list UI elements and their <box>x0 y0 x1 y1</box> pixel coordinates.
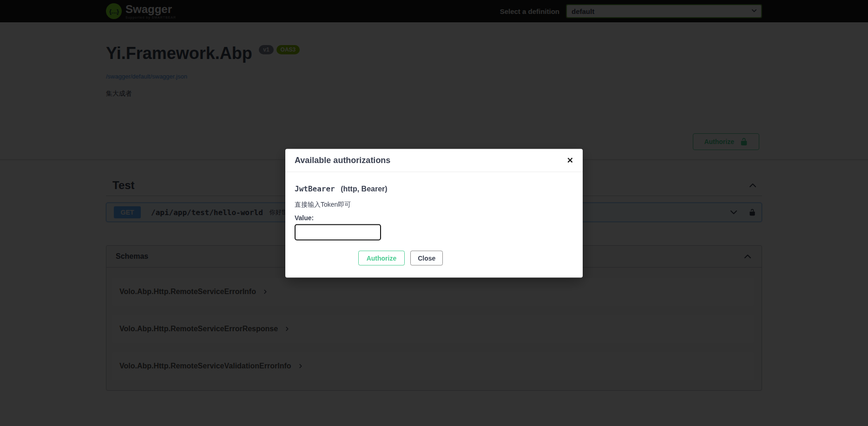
scheme-name: JwtBearer <box>295 184 335 193</box>
token-input[interactable] <box>295 224 381 240</box>
authorizations-modal: Available authorizations ✕ JwtBearer (ht… <box>285 149 583 277</box>
value-label: Value: <box>295 214 573 221</box>
close-icon[interactable]: ✕ <box>567 156 573 164</box>
modal-close-button[interactable]: Close <box>410 250 443 265</box>
modal-authorize-button[interactable]: Authorize <box>358 250 405 265</box>
modal-title: Available authorizations <box>295 155 390 165</box>
scheme-description: 直接输入Token即可 <box>295 200 573 209</box>
scheme-type: (http, Bearer) <box>341 184 387 192</box>
